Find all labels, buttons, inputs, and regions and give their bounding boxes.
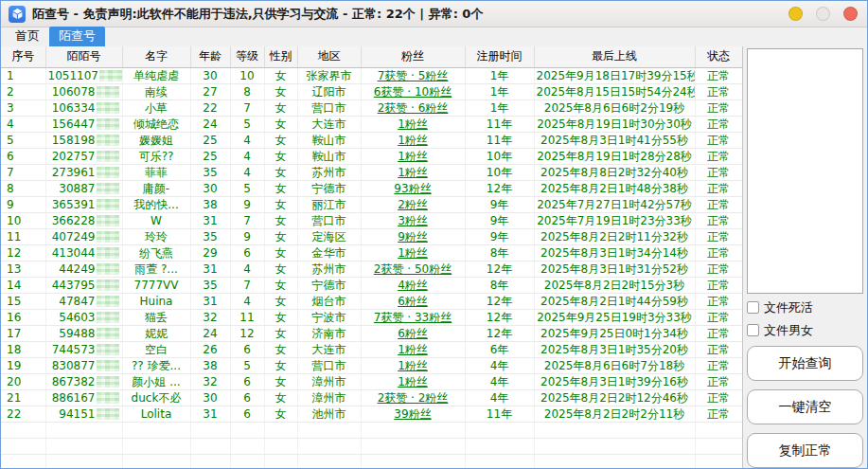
cell-momo-id: 44249 bbox=[45, 261, 122, 277]
table-row[interactable]: 18744573空白266女大连市1粉丝6年2025年8月3日1时35分20秒正… bbox=[1, 341, 742, 357]
cell-last-online: 2025年7月27日1时42分57秒 bbox=[534, 196, 695, 212]
blurred-id-mask bbox=[97, 215, 119, 226]
cell-fans: 1粉丝 bbox=[361, 341, 465, 357]
cell-fans: 2获赞 · 2粉丝 bbox=[361, 389, 465, 406]
table-row[interactable]: 1654603猫丢3211女宁波市7获赞 · 33粉丝12年2025年9月25日… bbox=[1, 309, 742, 325]
table-row[interactable]: 9365391我的快...389女丽江市2粉丝9年2025年7月27日1时42分… bbox=[1, 196, 742, 212]
cell-last-online: 2025年8月19日1时30分30秒 bbox=[534, 116, 695, 132]
cell-fans: 1粉丝 bbox=[361, 373, 465, 389]
copy-normal-button[interactable]: 复制正常 bbox=[747, 433, 863, 468]
cell-gender: 女 bbox=[264, 325, 297, 341]
cell-age: 29 bbox=[190, 244, 230, 261]
table-row[interactable]: 2294151Lolita316女池州市39粉丝11年2025年8月2日2时2分… bbox=[1, 406, 742, 422]
column-header[interactable]: 地区 bbox=[297, 46, 361, 67]
column-header[interactable]: 状态 bbox=[695, 46, 742, 67]
file-alive-checkbox[interactable] bbox=[747, 301, 759, 314]
blurred-id-mask bbox=[97, 231, 119, 243]
blurred-id-mask bbox=[99, 70, 122, 81]
blurred-id-mask bbox=[97, 263, 119, 275]
column-header[interactable]: 性别 bbox=[264, 46, 297, 67]
empty-table-row bbox=[1, 438, 742, 454]
table-row[interactable]: 21886167duck不必306女漳州市2获赞 · 2粉丝4年2025年8月2… bbox=[1, 389, 742, 406]
table-row[interactable]: 19830877?? 珍爱...385女营口市1粉丝4年2025年8月6日6时7… bbox=[1, 357, 742, 373]
blurred-id-mask bbox=[97, 118, 119, 130]
cell-index: 11 bbox=[1, 228, 45, 244]
table-row[interactable]: 6202757可乐??254女鞍山市1粉丝10年2025年8月19日1时28分2… bbox=[1, 148, 742, 164]
table-row[interactable]: 1344249雨萱 ?...314女苏州市2获赞 · 50粉丝12年2025年8… bbox=[1, 261, 742, 277]
table-row[interactable]: 10366228W317女营口市3粉丝9年2025年7月19日1时23分33秒正… bbox=[1, 212, 742, 228]
blurred-id-mask bbox=[97, 328, 119, 339]
cell-gender: 女 bbox=[264, 83, 297, 99]
cell-name: Huina bbox=[122, 293, 190, 309]
cell-index: 22 bbox=[1, 406, 45, 422]
column-header[interactable]: 年龄 bbox=[190, 46, 230, 67]
column-header[interactable]: 陌陌号 bbox=[45, 46, 122, 67]
cell-region: 苏州市 bbox=[297, 164, 361, 180]
cell-fans: 1粉丝 bbox=[361, 164, 465, 180]
close-icon[interactable] bbox=[843, 7, 858, 21]
table-row[interactable]: 7273961菲菲354女苏州市1粉丝10年2025年8月8日2时32分40秒正… bbox=[1, 164, 742, 180]
result-log-listbox[interactable] bbox=[747, 48, 863, 294]
tab-mochahao[interactable]: 陌查号 bbox=[49, 27, 105, 46]
empty-table-row bbox=[1, 454, 742, 468]
cell-fans: 6获赞 · 10粉丝 bbox=[361, 83, 465, 99]
cell-index: 4 bbox=[1, 116, 45, 132]
tab-bar: 首页陌查号 bbox=[1, 27, 867, 46]
table-row[interactable]: 144437957777VV357女宁德市4粉丝8年2025年8月2日2时15分… bbox=[1, 277, 742, 293]
cell-gender: 女 bbox=[264, 341, 297, 357]
cell-name: 南续 bbox=[122, 83, 190, 99]
cell-last-online: 2025年8月2日1时44分59秒 bbox=[534, 293, 695, 309]
table-row[interactable]: 5158198媛媛姐254女鞍山市1粉丝11年2025年8月3日1时41分55秒… bbox=[1, 132, 742, 148]
maximize-icon[interactable] bbox=[816, 7, 830, 21]
table-row[interactable]: 12413044纷飞燕296女金华市1粉丝8年2025年8月3日1时34分14秒… bbox=[1, 244, 742, 261]
window-title: 陌查号 - 免责声明:此软件不能用于违法,只供学习与交流 - 正常: 22个 |… bbox=[32, 6, 483, 23]
cell-last-online: 2025年8月3日1时39分16秒 bbox=[534, 373, 695, 389]
checkbox-label: 文件男女 bbox=[764, 322, 813, 339]
cell-age: 38 bbox=[190, 357, 230, 373]
cell-age: 31 bbox=[190, 293, 230, 309]
cell-status: 正常 bbox=[695, 212, 742, 228]
tab-home[interactable]: 首页 bbox=[6, 27, 49, 46]
cell-level: 5 bbox=[230, 357, 264, 373]
column-header[interactable]: 最后上线 bbox=[534, 46, 695, 67]
table-row[interactable]: 11051107单纯虐虐3010女张家界市7获赞 · 5粉丝1年2025年9月1… bbox=[1, 67, 742, 83]
table-row[interactable]: 11407249玲玲359女定海区9粉丝9年2025年8月2日2时11分32秒正… bbox=[1, 228, 742, 244]
clear-all-button[interactable]: 一键清空 bbox=[747, 389, 863, 424]
blurred-id-mask bbox=[97, 408, 119, 420]
cell-name: 猫丢 bbox=[122, 309, 190, 325]
cell-fans: 39粉丝 bbox=[361, 406, 465, 422]
table-row[interactable]: 1759488妮妮2412女济南市6粉丝12年2025年9月25日0时1分34秒… bbox=[1, 325, 742, 341]
cell-momo-id: 867382 bbox=[45, 373, 122, 389]
table-row[interactable]: 830887庸颜-305女宁德市93粉丝12年2025年8月2日1时48分38秒… bbox=[1, 180, 742, 196]
minimize-icon[interactable] bbox=[788, 7, 803, 21]
cell-level: 9 bbox=[230, 228, 264, 244]
cell-register-age: 4年 bbox=[465, 373, 534, 389]
table-row[interactable]: 3106334小草227女营口市2获赞 · 6粉丝1年2025年8月6日6时2分… bbox=[1, 99, 742, 116]
cell-register-age: 9年 bbox=[465, 228, 534, 244]
table-row[interactable]: 4156447倾城绝恋245女大连市1粉丝11年2025年8月19日1时30分3… bbox=[1, 116, 742, 132]
start-query-button[interactable]: 开始查询 bbox=[747, 346, 863, 381]
column-header[interactable]: 序号 bbox=[1, 46, 45, 67]
cell-age: 27 bbox=[190, 83, 230, 99]
cell-momo-id: 54603 bbox=[45, 309, 122, 325]
cell-momo-id: 30887 bbox=[45, 180, 122, 196]
blurred-id-mask bbox=[97, 167, 119, 178]
blurred-id-mask bbox=[97, 312, 119, 323]
table-row[interactable]: 1547847Huina314女烟台市6粉丝12年2025年8月2日1时44分5… bbox=[1, 293, 742, 309]
cell-index: 10 bbox=[1, 212, 45, 228]
cell-register-age: 1年 bbox=[465, 67, 534, 83]
table-row[interactable]: 20867382颜小姐 ...326女漳州市1粉丝4年2025年8月3日1时39… bbox=[1, 373, 742, 389]
cell-last-online: 2025年8月2日2时11分32秒 bbox=[534, 228, 695, 244]
column-header[interactable]: 注册时间 bbox=[465, 46, 534, 67]
blurred-id-mask bbox=[97, 247, 119, 259]
column-header[interactable]: 名字 bbox=[122, 46, 190, 67]
cell-status: 正常 bbox=[695, 277, 742, 293]
column-header[interactable]: 粉丝 bbox=[361, 46, 465, 67]
file-gender-checkbox[interactable] bbox=[747, 324, 759, 336]
table-row[interactable]: 2106078南续278女辽阳市6获赞 · 10粉丝1年2025年8月15日15… bbox=[1, 83, 742, 99]
cell-name: 菲菲 bbox=[122, 164, 190, 180]
cell-status: 正常 bbox=[695, 148, 742, 164]
cell-register-age: 9年 bbox=[465, 196, 534, 212]
column-header[interactable]: 等级 bbox=[230, 46, 264, 67]
cell-index: 12 bbox=[1, 244, 45, 261]
